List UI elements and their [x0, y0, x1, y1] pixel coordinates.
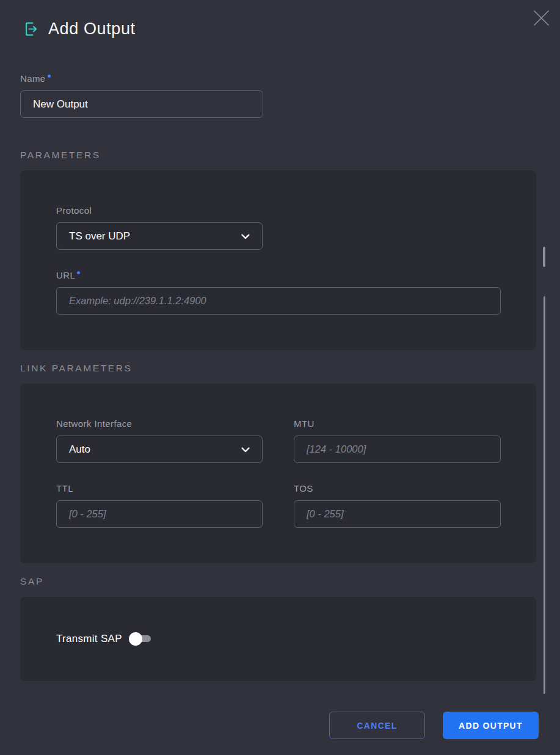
url-label: URL: [56, 270, 501, 280]
section-title-parameters: PARAMETERS: [20, 150, 536, 161]
parameters-panel: Protocol TS over UDP URL: [20, 170, 536, 350]
ttl-label: TTL: [56, 483, 263, 494]
add-output-button[interactable]: ADD OUTPUT: [443, 712, 539, 739]
ttl-field: TTL: [56, 483, 263, 528]
name-label: Name: [20, 73, 263, 84]
name-field: Name: [20, 73, 263, 118]
protocol-select[interactable]: TS over UDP: [56, 222, 263, 250]
scrollbar-thumb[interactable]: [544, 296, 545, 694]
transmit-sap-label: Transmit SAP: [56, 633, 122, 645]
tos-label: TOS: [294, 483, 501, 494]
output-icon: [20, 20, 39, 38]
protocol-field: Protocol TS over UDP: [56, 205, 263, 250]
required-marker: [48, 75, 51, 78]
scrollbar-thumb[interactable]: [543, 247, 545, 267]
url-input[interactable]: [56, 287, 501, 315]
chevron-down-icon: [241, 230, 250, 243]
required-marker: [77, 271, 80, 274]
name-input[interactable]: [20, 90, 263, 118]
section-title-link-parameters: LINK PARAMETERS: [20, 363, 536, 374]
network-interface-selected-value: Auto: [69, 443, 90, 456]
network-interface-select[interactable]: Auto: [56, 436, 263, 463]
cancel-button[interactable]: CANCEL: [329, 712, 425, 739]
page-title: Add Output: [48, 20, 136, 38]
mtu-input[interactable]: [294, 436, 501, 463]
transmit-sap-toggle[interactable]: [130, 635, 151, 642]
protocol-label: Protocol: [56, 205, 263, 216]
dialog-footer: CANCEL ADD OUTPUT: [0, 712, 539, 739]
add-output-dialog: { "dialog": { "title": "Add Output" }, "…: [0, 0, 560, 755]
url-field: URL: [56, 270, 501, 315]
mtu-label: MTU: [294, 418, 501, 429]
dialog-header: Add Output: [0, 0, 560, 38]
link-parameters-panel: Network Interface Auto MTU TTL: [20, 384, 536, 563]
tos-field: TOS: [294, 483, 501, 528]
chevron-down-icon: [241, 443, 250, 456]
sap-panel: Transmit SAP: [20, 597, 536, 681]
section-title-sap: SAP: [20, 576, 536, 587]
mtu-field: MTU: [294, 418, 501, 463]
tos-input[interactable]: [294, 500, 501, 528]
toggle-knob: [129, 632, 142, 646]
network-interface-label: Network Interface: [56, 418, 263, 429]
close-button[interactable]: [531, 9, 551, 29]
network-interface-field: Network Interface Auto: [56, 418, 263, 463]
ttl-input[interactable]: [56, 500, 263, 528]
protocol-selected-value: TS over UDP: [69, 230, 130, 243]
close-icon: [533, 10, 550, 28]
